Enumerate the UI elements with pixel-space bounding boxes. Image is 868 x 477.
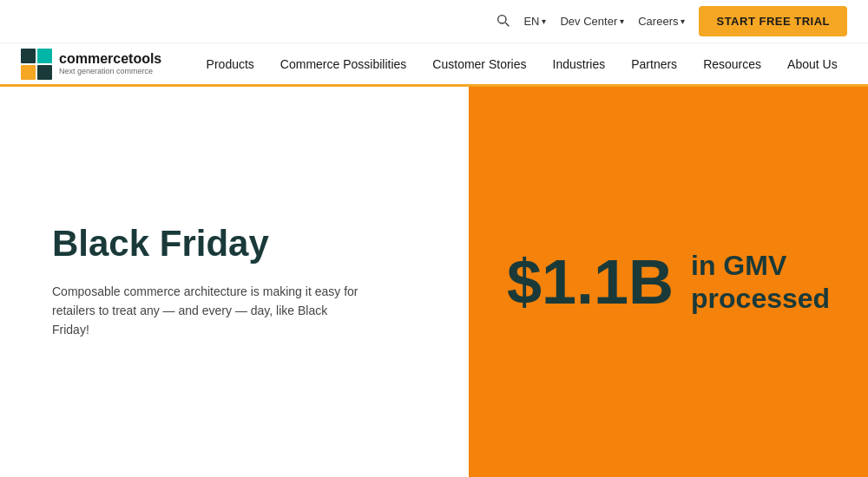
gmv-label: in GMV processed xyxy=(691,249,830,316)
careers-chevron-icon: ▾ xyxy=(681,16,685,26)
logo-icon xyxy=(21,49,52,80)
nav-commerce-possibilities[interactable]: Commerce Possibilities xyxy=(280,57,406,71)
nav-resources[interactable]: Resources xyxy=(703,57,761,71)
hero-left: Black Friday Composable commerce archite… xyxy=(0,87,469,477)
nav-industries[interactable]: Industries xyxy=(553,57,606,71)
main-nav: Products Commerce Possibilities Customer… xyxy=(196,57,847,71)
nav-about-us[interactable]: About Us xyxy=(787,57,838,71)
search-icon[interactable] xyxy=(496,13,510,30)
logo-text: commercetools Next generation commerce xyxy=(59,51,161,75)
svg-point-0 xyxy=(498,15,506,23)
start-free-trial-button[interactable]: START FREE TRIAL xyxy=(699,6,847,36)
logo[interactable]: commercetools Next generation commerce xyxy=(21,49,161,80)
svg-line-1 xyxy=(506,23,510,26)
top-bar: EN ▾ Dev Center ▾ Careers ▾ START FREE T… xyxy=(0,0,868,43)
gmv-container: $1.1B in GMV processed xyxy=(507,249,830,316)
dev-center-link[interactable]: Dev Center ▾ xyxy=(560,15,624,28)
careers-link[interactable]: Careers ▾ xyxy=(638,15,685,28)
nav-partners[interactable]: Partners xyxy=(631,57,677,71)
hero-heading: Black Friday xyxy=(52,224,417,264)
language-selector[interactable]: EN ▾ xyxy=(523,15,546,28)
svg-rect-2 xyxy=(21,49,36,63)
dev-center-chevron-icon: ▾ xyxy=(620,16,624,26)
nav-bar: commercetools Next generation commerce P… xyxy=(0,43,868,87)
hero-section: Black Friday Composable commerce archite… xyxy=(0,87,868,477)
svg-rect-3 xyxy=(37,49,52,63)
nav-products[interactable]: Products xyxy=(207,57,254,71)
svg-rect-5 xyxy=(37,65,52,80)
lang-chevron-icon: ▾ xyxy=(542,16,546,26)
nav-customer-stories[interactable]: Customer Stories xyxy=(432,57,526,71)
top-bar-icons xyxy=(496,13,510,30)
hero-subtext: Composable commerce architecture is maki… xyxy=(52,282,365,340)
svg-rect-4 xyxy=(21,65,36,80)
hero-right: $1.1B in GMV processed xyxy=(469,87,868,477)
gmv-number: $1.1B xyxy=(507,251,674,313)
